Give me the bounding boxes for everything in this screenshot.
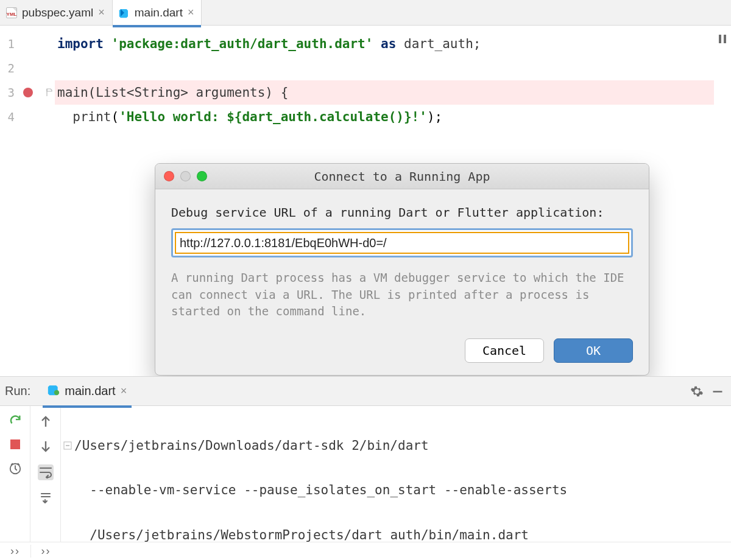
string: 'package:dart_auth/dart_auth.dart' (111, 37, 373, 51)
svg-rect-3 (713, 391, 722, 393)
fold-icon[interactable] (63, 441, 73, 450)
close-icon[interactable]: × (98, 6, 105, 19)
tab-label: pubspec.yaml (22, 6, 93, 19)
close-icon[interactable]: × (188, 6, 194, 19)
breakpoint-marker[interactable] (23, 88, 33, 97)
keyword: import (57, 37, 104, 51)
keyword: as (381, 37, 396, 51)
rerun-icon[interactable] (7, 412, 23, 428)
minimize-icon[interactable] (710, 384, 725, 399)
dialog-help-text: A running Dart process has a VM debugger… (171, 270, 633, 320)
run-tool-window: Run: main.dart × (0, 376, 731, 560)
editor-right-gutter (714, 26, 731, 376)
console-text: /Users/jetbrains/Downloads/dart-sdk 2/bi… (74, 435, 429, 457)
line-number: 3 (0, 86, 18, 99)
svg-rect-0 (719, 35, 721, 43)
tab-pubspec[interactable]: YML pubspec.yaml × (0, 0, 113, 25)
button-label: OK (586, 343, 601, 358)
minimize-window-icon (180, 171, 191, 181)
close-window-icon[interactable] (164, 171, 174, 181)
dialog-titlebar[interactable]: Connect to a Running App (155, 164, 649, 189)
identifier: dart_auth; (404, 37, 481, 51)
fold-icon[interactable] (45, 88, 54, 97)
url-input-focus-ring (171, 228, 633, 257)
ok-button[interactable]: OK (554, 338, 633, 363)
pause-icon[interactable] (718, 34, 727, 46)
editor-tabs-bar: YML pubspec.yaml × main.dart × (0, 0, 731, 26)
dump-threads-icon[interactable] (7, 461, 23, 477)
connect-running-app-dialog: Connect to a Running App Debug service U… (155, 163, 649, 376)
more-actions-icon[interactable]: ›› (0, 545, 30, 558)
down-arrow-icon[interactable] (38, 439, 54, 455)
code-editor[interactable]: 1 2 3 4 import 'package:dart_auth/dart_a… (0, 26, 731, 376)
cancel-button[interactable]: Cancel (465, 338, 544, 363)
gear-icon[interactable] (690, 384, 704, 399)
console-text: --enable-vm-service --pause_isolates_on_… (90, 479, 567, 502)
string: 'Hello world: ${dart_auth.calculate()}!' (119, 110, 427, 124)
identifier: print (72, 110, 111, 124)
run-tab-main-dart[interactable]: main.dart × (43, 380, 132, 402)
up-arrow-icon[interactable] (38, 413, 54, 429)
tab-main-dart[interactable]: main.dart × (113, 0, 202, 25)
more-actions-icon[interactable]: ›› (30, 545, 61, 558)
dart-file-icon (119, 7, 130, 18)
dart-run-icon (48, 383, 60, 399)
dialog-button-row: Cancel OK (171, 338, 633, 363)
run-header: Run: main.dart × (0, 377, 731, 406)
run-tab-label: main.dart (65, 384, 115, 398)
tab-label: main.dart (135, 6, 183, 19)
window-controls (164, 171, 207, 181)
debug-url-input[interactable] (180, 236, 624, 250)
scroll-to-end-icon[interactable] (38, 490, 54, 506)
svg-rect-1 (724, 35, 726, 43)
zoom-window-icon[interactable] (197, 171, 207, 181)
dialog-field-label: Debug service URL of a running Dart or F… (171, 205, 633, 220)
stop-icon[interactable] (7, 436, 23, 452)
console-text: /Users/jetbrains/WebstormProjects/dart_a… (90, 524, 529, 542)
run-second-toolbar (30, 406, 61, 542)
close-icon[interactable]: × (121, 385, 127, 397)
url-input-highlight (175, 232, 629, 254)
run-left-toolbar (0, 406, 30, 542)
dialog-title: Connect to a Running App (155, 169, 649, 184)
code-text: (List<String> arguments) { (88, 85, 289, 100)
run-body: /Users/jetbrains/Downloads/dart-sdk 2/bi… (0, 406, 731, 542)
button-label: Cancel (482, 343, 526, 358)
yaml-file-icon: YML (6, 7, 17, 18)
line-number: 2 (0, 61, 18, 75)
code-content[interactable]: import 'package:dart_auth/dart_auth.dart… (55, 26, 714, 376)
line-number: 1 (0, 37, 18, 51)
dialog-body: Debug service URL of a running Dart or F… (155, 189, 649, 375)
toolbar-overflow-row: ›› ›› (0, 542, 731, 560)
editor-gutter: 1 2 3 4 (0, 26, 55, 376)
line-number: 4 (0, 110, 18, 124)
svg-rect-4 (10, 439, 20, 449)
code-text: ); (427, 110, 442, 124)
soft-wrap-icon[interactable] (38, 464, 54, 480)
identifier: main (57, 85, 88, 100)
code-text: ( (111, 110, 119, 124)
run-title: Run: (2, 384, 30, 398)
svg-point-2 (54, 390, 59, 395)
run-console[interactable]: /Users/jetbrains/Downloads/dart-sdk 2/bi… (61, 406, 731, 542)
